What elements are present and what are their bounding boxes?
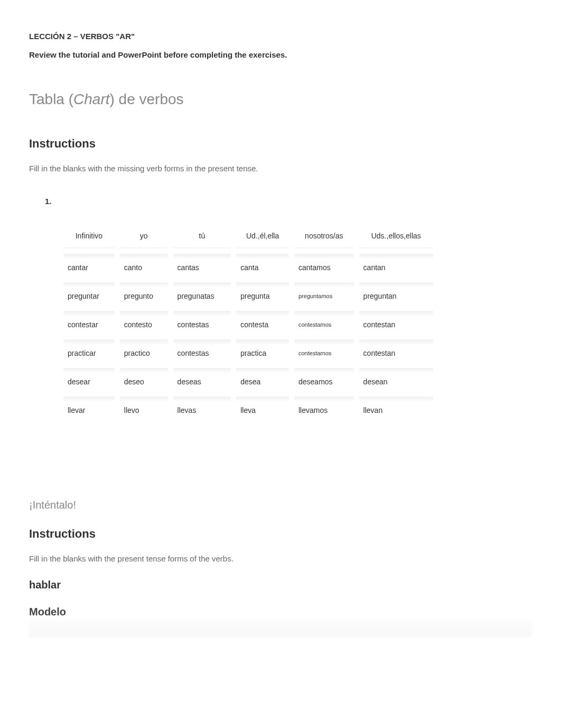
cell-value: contestan [363, 349, 396, 357]
cell-shade [294, 254, 354, 259]
cell-shade [173, 368, 231, 373]
cell-value: cantas [177, 263, 199, 272]
review-instruction: Review the tutorial and PowerPoint befor… [29, 50, 532, 59]
cell-value: llevan [363, 406, 383, 414]
column-header: tú [173, 224, 231, 248]
cell-value: pregunatas [177, 292, 214, 300]
spacer [29, 425, 532, 499]
cell-value: practicar [68, 349, 96, 357]
table-cell: canto [120, 254, 168, 277]
try-title: ¡Inténtalo! [29, 499, 532, 511]
cell-shade [120, 397, 168, 402]
column-header: Ud.,él,ella [236, 224, 289, 248]
cell-shade [120, 254, 168, 259]
cell-value: llevar [68, 406, 85, 414]
cell-shade [236, 368, 289, 373]
table-cell: contestan [359, 311, 433, 334]
cell-shade [359, 254, 433, 259]
cell-shade [236, 254, 289, 259]
table-cell: cantar [63, 254, 115, 277]
cell-shade [359, 282, 433, 288]
cell-value: desea [240, 377, 260, 386]
table-row: cantarcantocantascantacantamoscantan [63, 254, 433, 277]
table-cell: contesta [236, 311, 289, 334]
cell-value: lleva [240, 406, 256, 414]
table-row: preguntarpreguntopregunataspreguntapregu… [63, 282, 433, 306]
cell-value: deseas [177, 377, 201, 386]
title-italic: Chart [73, 91, 109, 107]
modelo-heading: Modelo [29, 606, 532, 618]
cell-shade [173, 397, 231, 402]
section-title-tabla: Tabla (Chart) de verbos [29, 91, 532, 108]
cell-shade [359, 397, 433, 402]
instructions-heading: Instructions [29, 137, 532, 151]
cell-value: pregunta [240, 292, 269, 300]
column-header: nosotros/as [294, 224, 354, 248]
table-cell: contestas [173, 311, 231, 334]
cell-shade [236, 397, 289, 402]
table-cell: practica [236, 339, 289, 363]
column-header: Uds.,ellos,ellas [359, 224, 433, 248]
table-cell: pregunatas [173, 282, 231, 306]
cell-shade [63, 368, 115, 373]
cell-value: cantamos [298, 263, 331, 272]
cell-shade [294, 368, 354, 373]
cell-shade [120, 311, 168, 316]
instructions2-heading: Instructions [29, 527, 532, 541]
cell-value: preguntar [68, 292, 99, 300]
table-cell: deseamos [294, 368, 354, 391]
cell-value: contestamos [298, 350, 331, 356]
lesson-title: LECCIÓN 2 – VERBOS "AR" [29, 32, 532, 41]
cell-shade [120, 339, 168, 345]
table-cell: contestas [173, 339, 231, 363]
table-cell: practicar [63, 339, 115, 363]
table-row: llevarllevollevasllevallevamosllevan [63, 397, 433, 420]
cell-shade [63, 311, 115, 316]
table-cell: contestar [63, 311, 115, 334]
table-cell: practico [120, 339, 168, 363]
cell-value: llevas [177, 406, 197, 414]
cell-value: preguntan [363, 292, 397, 300]
cell-shade [173, 282, 231, 288]
instructions2-inner: Fill in the blanks with the present tens… [29, 554, 233, 563]
instructions-inner: Fill in the blanks with the missing verb… [29, 164, 258, 173]
redaction-overlay [209, 173, 267, 181]
cell-value: llevo [124, 406, 139, 414]
verb-chart: InfinitivoyotúUd.,él,ellanosotros/asUds.… [58, 219, 438, 425]
cell-value: cantan [363, 263, 386, 272]
cell-value: preguntamos [298, 293, 332, 299]
table-cell: contestan [359, 339, 433, 363]
table-cell: canta [236, 254, 289, 277]
cell-shade [63, 397, 115, 402]
question-number: 1. [45, 197, 532, 206]
table-cell: desea [236, 368, 289, 391]
cell-value: contesto [124, 320, 152, 329]
title-prefix: Tabla ( [29, 91, 73, 107]
cell-value: contestamos [298, 321, 331, 328]
table-cell: deseas [173, 368, 231, 391]
cell-value: desear [68, 377, 90, 386]
table-row: deseardeseodeseasdeseadeseamosdesean [63, 368, 433, 391]
table-cell: cantamos [294, 254, 354, 277]
cell-shade [63, 282, 115, 288]
cell-value: contestas [177, 320, 209, 329]
cell-shade [173, 339, 231, 345]
cell-shade [120, 368, 168, 373]
bottom-redaction [29, 620, 532, 637]
table-cell: desean [359, 368, 433, 391]
table-cell: llevar [63, 397, 115, 420]
cell-value: deseamos [298, 377, 333, 386]
cell-value: practica [240, 349, 266, 357]
cell-shade [294, 397, 354, 402]
table-header-row: InfinitivoyotúUd.,él,ellanosotros/asUds.… [63, 224, 433, 248]
table-cell: cantas [173, 254, 231, 277]
table-cell: contestamos [294, 339, 354, 363]
table-row: practicarpracticocontestaspracticacontes… [63, 339, 433, 363]
table-cell: contestamos [294, 311, 354, 334]
cell-shade [359, 368, 433, 373]
table-cell: desear [63, 368, 115, 391]
cell-value: canta [240, 263, 258, 272]
table-cell: preguntan [359, 282, 433, 306]
cell-shade [236, 339, 289, 345]
cell-value: desean [363, 377, 388, 386]
